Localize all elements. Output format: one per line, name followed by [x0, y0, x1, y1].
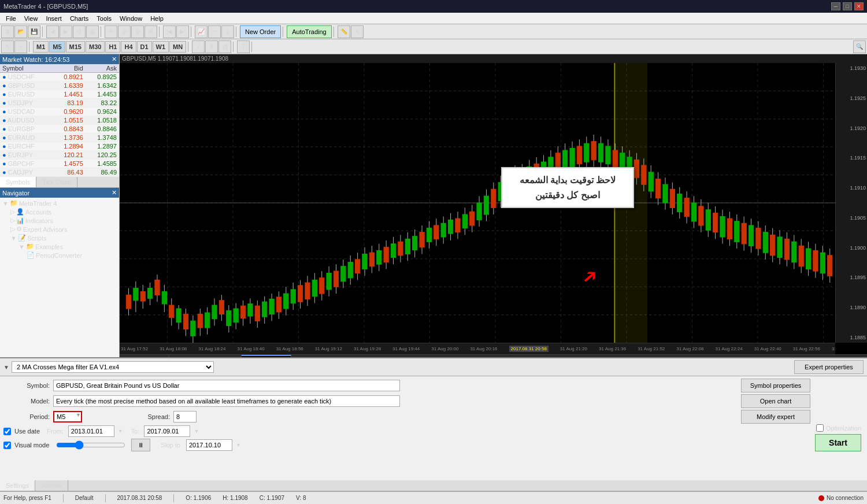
svg-rect-111 — [441, 223, 446, 237]
tree-item-indicators[interactable]: ▷ 📊 Indicators — [9, 216, 118, 225]
tree-item-scripts[interactable]: ▼ 📝 Scripts — [9, 234, 118, 242]
period-m1[interactable]: M1 — [33, 41, 49, 53]
close-button[interactable]: ✕ — [854, 2, 864, 10]
pause-button[interactable]: ⏸ — [131, 439, 150, 451]
objects-button[interactable]: ∿ — [351, 25, 364, 38]
to-date-input[interactable] — [144, 425, 190, 437]
optimization-checkbox[interactable] — [816, 424, 824, 432]
minimize-button[interactable]: ─ — [831, 2, 840, 10]
use-date-checkbox[interactable] — [3, 428, 11, 435]
market-watch-row[interactable]: ● USDCHF 0.8921 0.8925 — [0, 73, 119, 81]
menu-charts[interactable]: Charts — [66, 14, 92, 23]
visual-mode-checkbox[interactable] — [3, 442, 11, 449]
tab-tick-chart[interactable]: Tick Chart — [36, 177, 77, 187]
market-watch-row[interactable]: ● GBPUSD 1.6339 1.6342 — [0, 81, 119, 90]
maximize-button[interactable]: □ — [843, 2, 852, 10]
market-watch-row[interactable]: ● EURUSD 1.4451 1.4453 — [0, 90, 119, 99]
market-watch-row[interactable]: ● AUDUSD 1.0515 1.0518 — [0, 116, 119, 125]
market-watch-row[interactable]: ● EURAUD 1.3736 1.3748 — [0, 134, 119, 142]
new-order-button[interactable]: New Order — [240, 25, 281, 38]
tester-tab-journal[interactable]: Journal — [35, 480, 68, 491]
open-chart-button[interactable]: Open chart — [741, 394, 810, 408]
line-chart-button[interactable]: ╱ — [192, 40, 205, 53]
period-w1[interactable]: W1 — [153, 41, 169, 53]
market-watch-row[interactable]: ● GBPCHF 1.4575 1.4585 — [0, 160, 119, 168]
menu-view[interactable]: View — [21, 14, 42, 23]
volume-button[interactable]: ▯ — [221, 25, 234, 38]
market-watch-close-icon[interactable]: ✕ — [112, 55, 117, 63]
tree-item-period-converter[interactable]: 📄 PeriodConverter — [25, 251, 118, 260]
tree-root[interactable]: ▼ 📁 MetaTrader 4 — [1, 199, 118, 207]
tab-gbpusd-m5[interactable]: GBPUSD,M5 — [242, 355, 291, 357]
period-m5[interactable]: M5 — [49, 41, 65, 53]
forward-button[interactable]: ▶ — [60, 25, 72, 38]
menu-help[interactable]: Help — [147, 14, 167, 23]
ea-dropdown[interactable]: 2 MA Crosses Mega filter EA V1.ex4 — [12, 361, 214, 373]
cursor-button[interactable]: ↖ — [1, 40, 14, 53]
tester-tab-settings[interactable]: Settings — [0, 480, 35, 491]
from-date-input[interactable] — [68, 425, 114, 437]
tree-item-examples[interactable]: ▼ 📁 Examples — [17, 242, 118, 251]
skip-to-input[interactable] — [186, 439, 232, 451]
zoom-out-button[interactable]: ⊖ — [131, 25, 144, 38]
crosshair-button[interactable]: ✛ — [105, 25, 117, 38]
tab-eurusd-m1[interactable]: EURUSD,M1 — [120, 355, 169, 357]
auto-trading-button[interactable]: AutoTrading — [287, 25, 332, 38]
new-chart-button[interactable]: 🗎 — [1, 25, 14, 38]
period-h1[interactable]: H1 — [105, 41, 120, 53]
model-dropdown[interactable]: Every tick (the most precise method base… — [53, 395, 400, 407]
line-studies-button[interactable]: 📏 — [338, 25, 350, 38]
start-button[interactable]: Start — [815, 434, 861, 451]
template-button[interactable]: T — [237, 40, 250, 53]
save-button[interactable]: 💾 — [28, 25, 40, 38]
indicators-button[interactable]: 📈 — [195, 25, 208, 38]
examples-folder-icon: 📁 — [26, 243, 34, 250]
symbol-properties-button[interactable]: Symbol properties — [741, 379, 810, 392]
symbol-dropdown[interactable]: GBPUSD, Great Britain Pound vs US Dollar — [53, 380, 400, 391]
period-dropdown-arrow[interactable]: ▼ — [76, 412, 81, 418]
scroll-right-button[interactable]: ▶| — [176, 25, 189, 38]
market-watch-row[interactable]: ● EURJPY 120.21 120.25 — [0, 151, 119, 160]
market-watch-row[interactable]: ● EURGBP 0.8843 0.8846 — [0, 125, 119, 134]
tree-item-ea[interactable]: ▷ ⚙ Expert Advisors — [9, 225, 118, 234]
menu-window[interactable]: Window — [116, 14, 146, 23]
crosshair2-button[interactable]: + — [14, 40, 27, 53]
time-axis: 31 Aug 17:52 31 Aug 18:08 31 Aug 18:24 3… — [120, 343, 835, 354]
chart-grid-button[interactable]: ⊞ — [144, 25, 157, 38]
period-m15[interactable]: M15 — [66, 41, 85, 53]
from-calendar-icon[interactable]: ▼ — [118, 428, 123, 434]
chart-canvas[interactable]: 1.1930 1.1925 1.1920 1.1915 1.1910 1.190… — [120, 63, 867, 343]
open-button[interactable]: 📂 — [14, 25, 27, 38]
back-button[interactable]: ◀ — [46, 25, 59, 38]
skip-calendar-icon[interactable]: ▼ — [236, 442, 241, 448]
bar-chart-button[interactable]: ▥ — [218, 40, 231, 53]
scroll-left-button[interactable]: |◀ — [163, 25, 176, 38]
print-button[interactable]: 🖨 — [86, 25, 99, 38]
zoom-in-button[interactable]: ⊕ — [118, 25, 131, 38]
search-button[interactable]: 🔍 — [853, 40, 866, 53]
oscillators-button[interactable]: 〰 — [208, 25, 221, 38]
period-h4[interactable]: H4 — [121, 41, 136, 53]
svg-rect-31 — [155, 280, 160, 295]
tab-symbols[interactable]: Symbols — [0, 177, 36, 187]
period-m30[interactable]: M30 — [86, 41, 105, 53]
tree-item-accounts[interactable]: ▷ 👤 Accounts — [9, 207, 118, 216]
market-watch-row[interactable]: ● EURCHF 1.2894 1.2897 — [0, 142, 119, 151]
refresh-button[interactable]: ↺ — [73, 25, 86, 38]
period-d1[interactable]: D1 — [137, 41, 152, 53]
speed-slider[interactable] — [56, 440, 125, 450]
market-watch-row[interactable]: ● CADJPY 86.43 86.49 — [0, 168, 119, 177]
period-mn[interactable]: MN — [169, 41, 186, 53]
expert-properties-button[interactable]: Expert properties — [794, 360, 864, 374]
navigator-close-icon[interactable]: ✕ — [112, 189, 117, 197]
menu-tools[interactable]: Tools — [93, 14, 115, 23]
menu-file[interactable]: File — [2, 14, 20, 23]
spread-input[interactable] — [173, 411, 197, 423]
to-calendar-icon[interactable]: ▼ — [194, 428, 199, 434]
market-watch-row[interactable]: ● USDCAD 0.9620 0.9624 — [0, 108, 119, 116]
candle-chart-button[interactable]: 🕯 — [205, 40, 218, 53]
market-watch-row[interactable]: ● USDJPY 83.19 83.22 — [0, 99, 119, 108]
modify-expert-button[interactable]: Modify expert — [741, 410, 810, 424]
menu-insert[interactable]: Insert — [42, 14, 65, 23]
tab-eurusd-m2[interactable]: EURUSD,M2 (offline) — [169, 355, 242, 357]
